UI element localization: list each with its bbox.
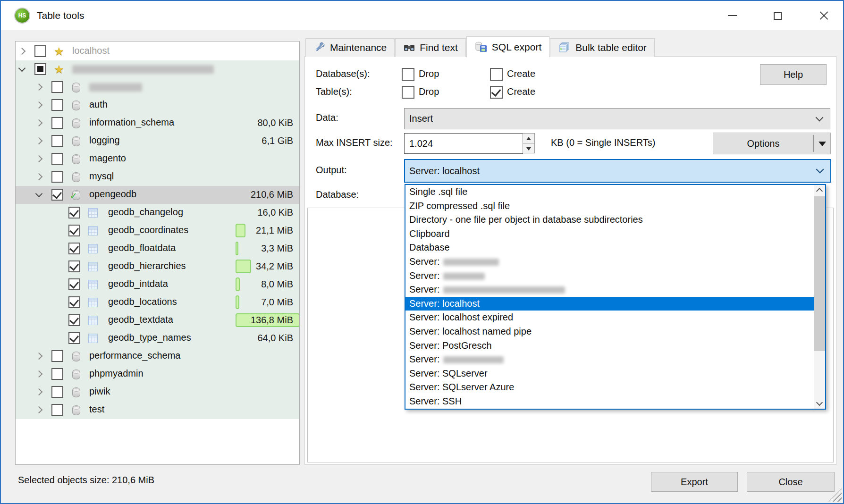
scroll-up-icon[interactable] bbox=[816, 188, 823, 194]
chevron-right-icon[interactable] bbox=[35, 173, 43, 181]
tree-row[interactable]: information_schema80,0 KiB bbox=[16, 114, 299, 132]
tree-row[interactable]: geodb_floatdata3,3 MiB bbox=[16, 240, 299, 258]
tree-checkbox[interactable] bbox=[51, 368, 63, 380]
dropdown-item[interactable]: Server: bbox=[405, 269, 814, 283]
dropdown-item[interactable]: Database bbox=[405, 241, 814, 255]
tree-row[interactable]: geodb_locations7,0 MiB bbox=[16, 294, 299, 311]
tree-row[interactable]: geodb_hierarchies34,2 MiB bbox=[16, 258, 299, 276]
minimize-button[interactable] bbox=[721, 6, 743, 25]
chevron-right-icon[interactable] bbox=[35, 84, 43, 91]
table-drop-checkbox[interactable] bbox=[402, 86, 414, 99]
dropdown-item[interactable]: Server: localhost expired bbox=[405, 311, 814, 325]
max-insert-size-input[interactable]: 1.024 bbox=[404, 133, 523, 154]
tree-row[interactable]: geodb_intdata8,0 MiB bbox=[16, 276, 299, 294]
tree-checkbox[interactable] bbox=[51, 189, 63, 201]
tree-row[interactable]: logging6,1 GiB bbox=[16, 132, 299, 150]
dropdown-item[interactable]: Server: SSH bbox=[405, 395, 814, 409]
chevron-right-icon[interactable] bbox=[35, 155, 43, 163]
db-create-checkbox[interactable] bbox=[490, 68, 503, 81]
tree-row[interactable]: geodb_textdata136,8 MiB bbox=[16, 311, 299, 329]
tree-checkbox[interactable] bbox=[68, 278, 80, 290]
tree-row[interactable]: phpmyadmin bbox=[16, 365, 299, 383]
output-combobox[interactable]: Server: localhost bbox=[404, 159, 831, 183]
chevron-right-icon[interactable] bbox=[18, 48, 26, 55]
tree-row[interactable]: ★localhost bbox=[16, 42, 299, 60]
data-combobox[interactable]: Insert bbox=[404, 108, 830, 129]
chevron-right-icon[interactable] bbox=[35, 137, 43, 145]
tree-checkbox[interactable] bbox=[34, 45, 46, 57]
tree-row[interactable]: test bbox=[16, 401, 299, 419]
tree-checkbox[interactable] bbox=[51, 135, 63, 147]
tree-checkbox[interactable] bbox=[51, 404, 63, 416]
tree-row[interactable]: geodb_type_names64,0 KiB bbox=[16, 329, 299, 347]
tree-checkbox[interactable] bbox=[68, 260, 80, 272]
tree-row[interactable] bbox=[16, 78, 299, 96]
tree-checkbox[interactable] bbox=[68, 296, 80, 308]
tree-checkbox[interactable] bbox=[51, 153, 63, 165]
tree-checkbox[interactable] bbox=[51, 81, 63, 93]
tree-checkbox[interactable] bbox=[68, 207, 80, 218]
tree-checkbox[interactable] bbox=[51, 350, 63, 362]
dropdown-item[interactable]: Server: bbox=[405, 283, 814, 297]
chevron-right-icon[interactable] bbox=[35, 119, 43, 127]
dropdown-item[interactable]: ZIP compressed .sql file bbox=[405, 199, 814, 213]
dropdown-item[interactable]: Server: PostGresch bbox=[405, 339, 814, 353]
chevron-right-icon[interactable] bbox=[35, 353, 43, 360]
tree-checkbox[interactable] bbox=[68, 243, 80, 254]
tree-checkbox[interactable] bbox=[51, 99, 63, 111]
export-button[interactable]: Export bbox=[651, 472, 738, 492]
chevron-down-icon[interactable] bbox=[35, 190, 43, 198]
tree-checkbox[interactable] bbox=[51, 171, 63, 183]
table-create-checkbox[interactable] bbox=[490, 86, 503, 99]
dropdown-item[interactable]: Server: localhost named pipe bbox=[405, 325, 814, 339]
scroll-down-icon[interactable] bbox=[816, 399, 823, 406]
size-bar bbox=[236, 242, 238, 255]
tree-checkbox[interactable] bbox=[68, 314, 80, 326]
options-button[interactable]: Options bbox=[713, 133, 813, 154]
tab-find-text[interactable]: Find text bbox=[395, 38, 466, 57]
dropdown-scrollbar[interactable] bbox=[814, 185, 825, 409]
scrollbar-thumb[interactable] bbox=[814, 196, 825, 351]
tree-checkbox[interactable] bbox=[68, 225, 80, 236]
tree-checkbox[interactable] bbox=[51, 386, 63, 398]
tree-row[interactable]: magento bbox=[16, 150, 299, 168]
tab-bulk-table-editor[interactable]: Bulk table editor bbox=[550, 38, 655, 57]
close-button[interactable]: Close bbox=[747, 472, 835, 492]
max-insert-size-stepper[interactable] bbox=[523, 133, 535, 153]
maximize-button[interactable] bbox=[767, 6, 788, 25]
chevron-right-icon[interactable] bbox=[35, 406, 43, 414]
chevron-down-icon[interactable] bbox=[18, 65, 26, 72]
dropdown-item[interactable]: Clipboard bbox=[405, 227, 814, 241]
tree-row[interactable]: geodb_coordinates21,1 MiB bbox=[16, 222, 299, 240]
dropdown-item[interactable]: Server: SQLserver Azure bbox=[405, 380, 814, 395]
chevron-right-icon[interactable] bbox=[35, 101, 43, 109]
tree-checkbox[interactable] bbox=[51, 117, 63, 129]
db-drop-checkbox[interactable] bbox=[402, 68, 414, 81]
tree-row[interactable]: performance_schema bbox=[16, 347, 299, 365]
chevron-right-icon[interactable] bbox=[35, 388, 43, 396]
dropdown-item[interactable]: Directory - one file per object in datab… bbox=[405, 213, 814, 227]
tree-row[interactable]: geodb_changelog16,0 KiB bbox=[16, 204, 299, 222]
dropdown-item[interactable]: Server: bbox=[405, 353, 814, 367]
dropdown-item[interactable]: Server: bbox=[405, 255, 814, 269]
dropdown-item[interactable]: Single .sql file bbox=[405, 185, 814, 199]
tree-row[interactable]: piwik bbox=[16, 383, 299, 401]
selected-objects-size: Selected objects size: 210,6 MiB bbox=[18, 475, 154, 486]
dropdown-item[interactable]: Server: SQLserver bbox=[405, 367, 814, 381]
tree-row[interactable]: ★ bbox=[16, 60, 299, 78]
close-window-button[interactable] bbox=[813, 6, 835, 25]
tree-checkbox[interactable] bbox=[34, 63, 46, 75]
help-button[interactable]: Help bbox=[760, 64, 827, 85]
tree-row[interactable]: mysql bbox=[16, 168, 299, 186]
stepper-up-button[interactable] bbox=[523, 133, 535, 143]
tree-row[interactable]: ✓opengeodb210,6 MiB bbox=[16, 186, 299, 204]
tree-checkbox[interactable] bbox=[68, 332, 80, 344]
tree-row[interactable]: auth bbox=[16, 96, 299, 114]
stepper-down-button[interactable] bbox=[523, 143, 535, 153]
options-dropdown-arrow-icon[interactable] bbox=[819, 142, 826, 146]
tab-maintenance[interactable]: Maintenance bbox=[305, 38, 395, 57]
dropdown-item[interactable]: Server: localhost bbox=[405, 297, 814, 311]
options-split-button[interactable]: Options bbox=[713, 133, 831, 154]
tab-sql-export[interactable]: SQL export bbox=[466, 36, 549, 57]
chevron-right-icon[interactable] bbox=[35, 370, 43, 378]
